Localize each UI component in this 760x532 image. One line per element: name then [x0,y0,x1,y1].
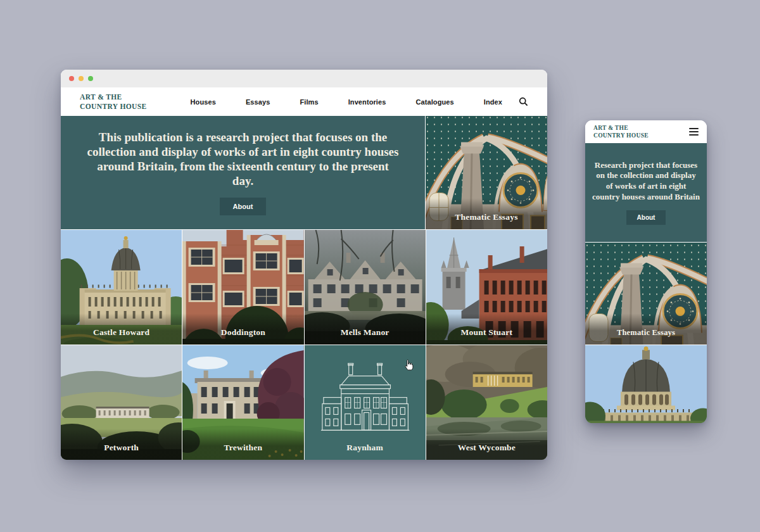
tile-label: Raynham [346,443,383,452]
tile-trewithen[interactable]: Trewithen [182,345,303,460]
logo-line-2: COUNTRY HOUSE [80,102,147,111]
nav-item-catalogues[interactable]: Catalogues [415,98,453,106]
tile-label: Mount Stuart [461,327,513,337]
logo-line-1: ART & THE [80,92,147,102]
tile-label: Thematic Essays [617,328,675,337]
site-logo[interactable]: ART & THE COUNTRY HOUSE [80,92,147,111]
mobile-header: ART & THE COUNTRY HOUSE [585,120,707,143]
tile-raynham[interactable]: Raynham [305,345,426,460]
mobile-hero-panel: Research project that focuses on the col… [585,143,707,242]
mobile-tile-castle-howard[interactable] [585,345,707,423]
nav-menu: Houses Essays Films Inventories Catalogu… [191,98,502,106]
tile-label: West Wycombe [458,443,516,452]
tile-label: Mells Manor [341,327,390,337]
nav-item-inventories[interactable]: Inventories [348,98,386,106]
mobile-logo-line-1: ART & THE [593,124,649,132]
close-window-button[interactable] [69,76,74,81]
maximize-window-button[interactable] [88,76,93,81]
tile-label: Castle Howard [93,327,149,337]
site-navbar: ART & THE COUNTRY HOUSE Houses Essays Fi… [61,87,547,116]
search-icon [519,97,528,106]
tile-label: Thematic Essays [455,212,517,222]
tile-mount-stuart[interactable]: Mount Stuart [426,230,547,345]
tile-label-band: Thematic Essays [585,314,707,345]
tile-label-band: Castle Howard [61,314,182,345]
tile-mells-manor[interactable]: Mells Manor [305,230,426,345]
tile-label: Trewithen [224,443,263,452]
mobile-about-button[interactable]: About [626,210,666,225]
about-button[interactable]: About [220,198,267,215]
tile-label-band: Mells Manor [305,314,426,345]
tile-label: Petworth [104,443,139,452]
houses-grid: Castle Howard [61,230,547,460]
tile-label-band: Thematic Essays [426,198,547,229]
tile-label: Doddington [221,327,265,337]
tile-petworth[interactable]: Petworth [61,345,182,460]
hero-intro-text: This publication is a research project t… [86,130,400,189]
tile-castle-howard[interactable]: Castle Howard [61,230,182,345]
minimize-window-button[interactable] [79,76,84,81]
tile-label-band: West Wycombe [426,429,547,460]
tile-west-wycombe[interactable]: West Wycombe [426,345,547,460]
tile-doddington[interactable]: Doddington [182,230,303,345]
tile-label-band: Petworth [61,429,182,460]
search-button[interactable] [519,97,528,106]
browser-title-bar [61,70,547,87]
tile-thematic-essays[interactable]: Thematic Essays [426,116,547,229]
nav-item-essays[interactable]: Essays [246,98,270,106]
nav-item-index[interactable]: Index [484,98,502,106]
nav-item-films[interactable]: Films [300,98,318,106]
tile-label-band: Doddington [182,314,303,345]
hamburger-menu-icon[interactable] [689,125,699,139]
hero-intro-panel: This publication is a research project t… [61,116,425,229]
nav-item-houses[interactable]: Houses [191,98,216,106]
tile-label-band: Mount Stuart [426,314,547,345]
mobile-site-logo[interactable]: ART & THE COUNTRY HOUSE [593,124,649,140]
mobile-castle-howard-photo [585,345,707,423]
mobile-mockup: ART & THE COUNTRY HOUSE Research project… [585,120,707,423]
tile-label-band: Trewithen [182,429,303,460]
mobile-hero-text: Research project that focuses on the col… [592,160,700,203]
mobile-logo-line-2: COUNTRY HOUSE [593,132,649,139]
mobile-tile-thematic-essays[interactable]: Thematic Essays [585,243,707,345]
desktop-browser-window: ART & THE COUNTRY HOUSE Houses Essays Fi… [61,70,547,460]
hero-section: This publication is a research project t… [61,116,547,229]
tile-label-band: Raynham [305,429,426,460]
mockup-canvas: ART & THE COUNTRY HOUSE Houses Essays Fi… [0,0,760,532]
